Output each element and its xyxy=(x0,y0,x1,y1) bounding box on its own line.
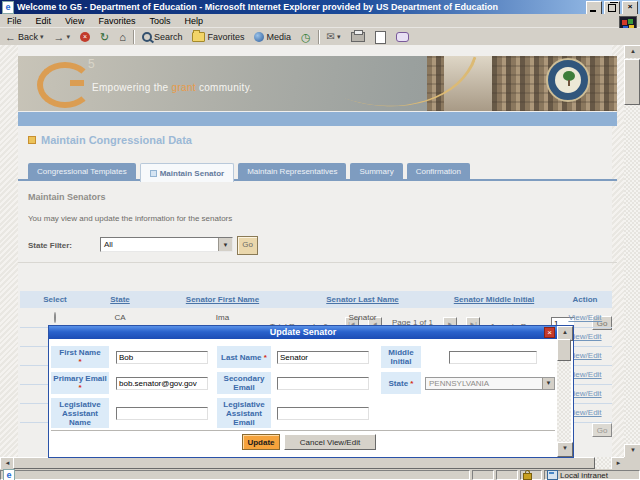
dialog-close-icon[interactable]: × xyxy=(544,327,555,338)
back-button[interactable]: ← Back ▾ xyxy=(0,29,49,45)
ie-icon: e xyxy=(2,1,14,14)
tab-confirmation[interactable]: Confirmation xyxy=(407,163,470,179)
section-heading: Maintain Senators xyxy=(28,192,106,202)
discuss-button[interactable] xyxy=(391,29,414,45)
h-scroll-thumb[interactable] xyxy=(13,457,595,469)
menu-favorites[interactable]: Favorites xyxy=(91,16,142,26)
discuss-icon xyxy=(396,32,409,42)
history-button[interactable]: ◷ xyxy=(296,29,316,45)
select-arrow-icon[interactable]: ▼ xyxy=(218,238,232,251)
col-last-name[interactable]: Senator Last Name xyxy=(295,295,430,304)
tab-bar: Congressional Templates Maintain Senator… xyxy=(28,163,470,179)
tab-maintain-representatives[interactable]: Maintain Representatives xyxy=(238,163,346,179)
menu-file[interactable]: File xyxy=(0,16,29,26)
dialog-scrollbar[interactable]: ▲ ▼ xyxy=(557,326,571,455)
state-select[interactable]: PENNSYLVANIA ▼ xyxy=(425,377,555,390)
status-message-panel: e xyxy=(0,470,470,480)
media-button[interactable]: Media xyxy=(249,29,296,45)
zone-panel: Local intranet xyxy=(544,470,640,480)
lock-icon xyxy=(523,473,532,480)
middle-initial-input[interactable] xyxy=(449,351,537,364)
first-name-label: First Name* xyxy=(51,346,109,368)
secondary-email-label: Secondary Email xyxy=(217,372,271,394)
dialog-scroll-thumb[interactable] xyxy=(557,339,571,361)
tab-summary[interactable]: Summary xyxy=(350,163,402,179)
state-select-arrow-icon[interactable]: ▼ xyxy=(542,378,554,389)
leg-asst-name-input[interactable] xyxy=(116,407,208,420)
menu-bar: File Edit View Favorites Tools Help xyxy=(0,14,640,28)
divider xyxy=(18,262,617,263)
scrollbar-corner xyxy=(624,457,640,469)
refresh-button[interactable]: ↻ xyxy=(95,29,114,45)
cancel-view-edit-button[interactable]: Cancel View/Edit xyxy=(284,434,376,450)
home-icon: ⌂ xyxy=(119,32,126,43)
tab-congressional-templates[interactable]: Congressional Templates xyxy=(28,163,136,179)
intranet-icon xyxy=(547,470,558,480)
row-radio[interactable] xyxy=(54,312,56,323)
zone-label: Local intranet xyxy=(560,471,608,480)
history-icon: ◷ xyxy=(301,32,311,43)
state-filter-select[interactable]: All ▼ xyxy=(100,237,233,252)
home-button[interactable]: ⌂ xyxy=(114,29,131,45)
update-senator-dialog: Update Senator × ▲ ▼ First Name* Last Na… xyxy=(48,325,574,458)
update-button[interactable]: Update xyxy=(242,434,280,450)
filter-go-button[interactable]: Go xyxy=(237,236,258,255)
bottom-pagination-go-button[interactable]: Go xyxy=(592,423,612,437)
col-action: Action xyxy=(558,295,612,304)
search-button[interactable]: Search xyxy=(137,29,188,45)
minimize-button[interactable] xyxy=(586,1,602,15)
first-name-input[interactable] xyxy=(116,351,208,364)
bullet-square-icon xyxy=(28,136,36,144)
middle-initial-label: Middle Initial xyxy=(381,346,421,368)
toolbar-separator xyxy=(318,30,320,44)
print-button[interactable] xyxy=(346,29,370,45)
col-state[interactable]: State xyxy=(90,295,150,304)
window-title: Welcome to G5 - Department of Education … xyxy=(17,2,498,12)
close-button[interactable]: × xyxy=(622,1,638,15)
dialog-scroll-down-icon[interactable]: ▼ xyxy=(557,442,573,457)
stop-button[interactable]: × xyxy=(75,29,95,45)
primary-email-label: Primary Email * xyxy=(51,372,109,394)
scroll-thumb[interactable] xyxy=(624,59,640,105)
back-dropdown-icon[interactable]: ▾ xyxy=(40,33,44,41)
page-title: Maintain Congressional Data xyxy=(28,134,192,146)
edit-page-icon xyxy=(375,31,386,44)
primary-email-input[interactable] xyxy=(116,377,208,390)
menu-edit[interactable]: Edit xyxy=(29,16,59,26)
last-name-input[interactable] xyxy=(277,351,369,364)
forward-dropdown-icon[interactable]: ▾ xyxy=(67,33,71,41)
tab-underline xyxy=(18,179,617,181)
menu-tools[interactable]: Tools xyxy=(142,16,177,26)
col-first-name[interactable]: Senator First Name xyxy=(150,295,295,304)
tab-maintain-senator[interactable]: Maintain Senator xyxy=(140,163,234,182)
browser-window: e Welcome to G5 - Department of Educatio… xyxy=(0,0,640,480)
stop-icon: × xyxy=(80,32,90,42)
dialog-title[interactable]: Update Senator xyxy=(49,326,557,339)
favorites-button[interactable]: Favorites xyxy=(187,29,249,45)
vertical-scrollbar[interactable]: ▲ ▼ xyxy=(624,45,640,457)
table-header-row: Select State Senator First Name Senator … xyxy=(20,291,612,308)
forward-button[interactable]: → ▾ xyxy=(49,29,76,45)
horizontal-scrollbar[interactable]: ◄ ► xyxy=(0,457,624,469)
secondary-email-input[interactable] xyxy=(277,377,369,390)
g5-logo-icon xyxy=(37,62,93,108)
edit-button[interactable] xyxy=(370,29,391,45)
banner-tagline: Empowering the grant community. xyxy=(92,82,252,93)
instruction-text: You may view and update the information … xyxy=(28,214,232,223)
restore-button[interactable] xyxy=(604,1,620,15)
state-label: State * xyxy=(381,372,421,394)
menu-help[interactable]: Help xyxy=(177,16,210,26)
back-icon: ← xyxy=(5,31,16,43)
leg-asst-name-label: Legislative Assistant Name xyxy=(51,398,109,428)
state-filter-label: State Filter: xyxy=(28,241,72,250)
leg-asst-email-input[interactable] xyxy=(277,407,369,420)
mail-dropdown-icon[interactable]: ▾ xyxy=(337,33,341,41)
print-icon xyxy=(351,32,365,42)
forward-icon: → xyxy=(54,31,65,43)
view-edit-link[interactable]: View/Edit xyxy=(558,313,612,322)
col-middle-initial[interactable]: Senator Middle Initial xyxy=(430,295,558,304)
media-icon xyxy=(254,32,264,42)
menu-view[interactable]: View xyxy=(58,16,91,26)
mail-button[interactable]: ✉ ▾ xyxy=(322,29,346,45)
tab-square-icon xyxy=(150,170,157,177)
